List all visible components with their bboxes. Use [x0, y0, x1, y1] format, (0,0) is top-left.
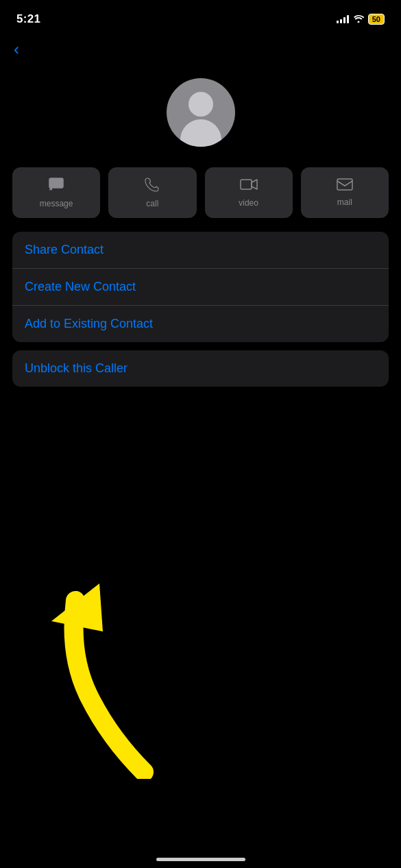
add-to-existing-contact-item[interactable]: Add to Existing Contact — [12, 306, 389, 342]
avatar-head — [189, 92, 213, 117]
create-new-contact-item[interactable]: Create New Contact — [12, 269, 389, 306]
call-button[interactable]: call — [108, 167, 196, 218]
home-indicator — [156, 858, 245, 861]
message-button[interactable]: message — [12, 167, 100, 218]
unblock-caller-item[interactable]: Unblock this Caller — [12, 350, 389, 387]
mail-button[interactable]: mail — [301, 167, 389, 218]
svg-rect-2 — [337, 179, 352, 190]
arrow-annotation — [21, 559, 171, 779]
avatar-section — [0, 64, 401, 167]
video-label: video — [239, 198, 258, 208]
call-label: call — [146, 199, 158, 208]
svg-marker-3 — [51, 583, 103, 631]
video-icon — [240, 178, 258, 194]
message-label: message — [40, 199, 73, 208]
share-contact-item[interactable]: Share Contact — [12, 232, 389, 269]
avatar — [167, 78, 235, 147]
back-button[interactable]: ‹ — [0, 34, 401, 64]
video-button[interactable]: video — [205, 167, 293, 218]
signal-bars-icon — [337, 15, 349, 23]
back-chevron-icon: ‹ — [14, 41, 19, 58]
message-icon — [48, 177, 64, 195]
avatar-body — [180, 119, 221, 147]
svg-rect-1 — [241, 180, 252, 189]
status-bar: 5:21 50 — [0, 0, 401, 34]
mail-label: mail — [337, 197, 352, 207]
mail-icon — [337, 178, 353, 193]
call-icon — [145, 177, 160, 195]
battery-indicator: 50 — [368, 14, 385, 25]
unblock-section: Unblock this Caller — [12, 350, 389, 387]
status-icons: 50 — [337, 14, 385, 25]
contact-menu-section: Share Contact Create New Contact Add to … — [12, 232, 389, 342]
action-buttons-row: message call video mail — [0, 167, 401, 218]
status-time: 5:21 — [16, 12, 40, 26]
wifi-icon — [353, 14, 364, 25]
